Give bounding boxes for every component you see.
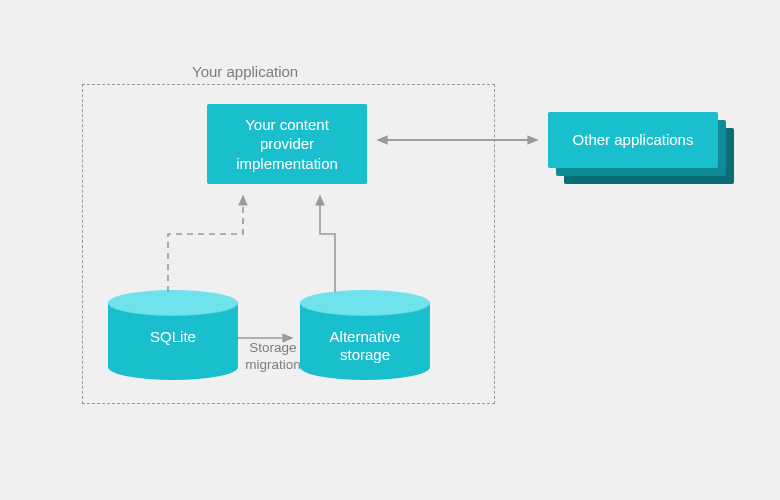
content-provider-box: Your contentproviderimplementation [207, 104, 367, 184]
sqlite-cylinder: SQLite [108, 290, 238, 380]
alternative-storage-cylinder: Alternativestorage [300, 290, 430, 380]
application-container-label: Your application [192, 63, 298, 80]
storage-migration-label: Storagemigration [238, 340, 308, 374]
diagram-canvas: Your application Other applications Your… [0, 0, 780, 500]
content-provider-label: Your contentproviderimplementation [236, 115, 338, 174]
other-apps-label: Other applications [573, 130, 694, 150]
other-apps-box: Other applications [548, 112, 718, 168]
sqlite-label: SQLite [108, 328, 238, 346]
alternative-storage-label: Alternativestorage [300, 328, 430, 364]
